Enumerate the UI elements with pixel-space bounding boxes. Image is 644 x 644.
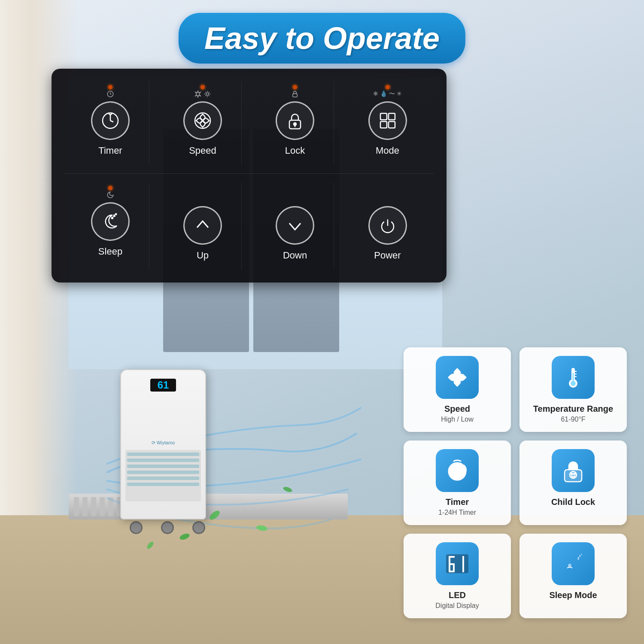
timer-button[interactable]: Timer xyxy=(72,82,149,165)
timer-indicator xyxy=(108,85,112,89)
timer-circle xyxy=(91,101,130,140)
svg-point-17 xyxy=(294,123,296,125)
ac-body: 61 ⟳ Wiytamo xyxy=(120,369,206,519)
timer-feature-title: Timer xyxy=(446,497,469,507)
speed-top-icons xyxy=(194,90,211,98)
svg-text:24: 24 xyxy=(453,468,460,474)
up-no-indicator xyxy=(200,186,205,190)
svg-rect-47 xyxy=(453,564,455,571)
timer-feature-subtitle: 1-24H Timer xyxy=(438,509,476,516)
lock-button[interactable]: Lock xyxy=(257,82,334,165)
svg-line-10 xyxy=(110,121,113,122)
feature-childlock: Child Lock xyxy=(519,440,627,525)
childlock-icon-bg xyxy=(552,449,595,492)
svg-text:z: z xyxy=(115,213,116,215)
power-label: Power xyxy=(374,250,401,261)
speed-button[interactable]: Speed xyxy=(164,82,242,165)
up-label: Up xyxy=(197,250,209,261)
panel-divider xyxy=(64,173,434,174)
svg-point-26 xyxy=(456,376,459,379)
up-circle xyxy=(183,206,222,245)
lock-label: Lock xyxy=(285,145,305,156)
ac-unit: 61 ⟳ Wiytamo xyxy=(120,369,215,532)
mode-label: Mode xyxy=(376,145,399,156)
temp-feature-title: Temperature Range xyxy=(533,404,613,414)
up-button[interactable]: Up xyxy=(164,182,242,270)
ac-vents xyxy=(125,450,201,501)
childlock-feature-title: Child Lock xyxy=(551,497,595,507)
svg-line-7 xyxy=(110,94,111,95)
temp-feature-subtitle: 61-90°F xyxy=(561,416,585,423)
sleep-icon-bg: z z z xyxy=(552,542,595,585)
svg-point-39 xyxy=(571,474,573,475)
feature-temperature: Temperature Range 61-90°F xyxy=(519,347,627,432)
control-panel: Timer Speed xyxy=(52,69,447,283)
feature-sleep: z z z Sleep Mode xyxy=(519,534,627,618)
feature-speed: Speed High / Low xyxy=(404,347,511,432)
down-label: Down xyxy=(283,250,307,261)
svg-rect-20 xyxy=(389,113,395,120)
timer-label: Timer xyxy=(98,145,122,156)
mode-indicator xyxy=(386,85,390,89)
down-circle xyxy=(276,206,314,245)
ac-logo: ⟳ Wiytamo xyxy=(152,440,175,446)
lock-top-icon xyxy=(291,90,299,98)
sleep-label: Sleep xyxy=(98,246,122,257)
svg-rect-19 xyxy=(380,113,387,120)
panel-row-1: Timer Speed xyxy=(64,82,434,165)
sleep-indicator xyxy=(108,186,112,190)
speed-feature-title: Speed xyxy=(444,404,470,414)
speed-indicator xyxy=(200,85,205,89)
svg-text:z: z xyxy=(112,216,113,219)
svg-text:z: z xyxy=(581,553,582,556)
led-feature-subtitle: Digital Display xyxy=(435,602,479,610)
speed-icon-bg xyxy=(436,356,479,399)
down-button[interactable]: Down xyxy=(257,182,334,270)
lock-circle xyxy=(276,101,314,140)
feature-led: LED Digital Display xyxy=(404,534,511,618)
down-no-indicator xyxy=(293,186,297,190)
speed-circle xyxy=(183,101,222,140)
temp-icon-bg xyxy=(552,356,595,399)
svg-rect-15 xyxy=(293,94,298,97)
page-title: Easy to Operate xyxy=(204,21,440,55)
speed-feature-subtitle: High / Low xyxy=(441,416,474,423)
timer-icon-bg: 24 xyxy=(436,449,479,492)
mode-button[interactable]: ❄ 💧 〜 ✳ Mode xyxy=(349,82,426,165)
power-no-indicator xyxy=(386,186,390,190)
svg-point-13 xyxy=(206,93,209,95)
mode-circle xyxy=(368,101,407,140)
sleep-button[interactable]: z z z Sleep xyxy=(72,182,149,270)
svg-rect-22 xyxy=(389,122,395,128)
feature-timer: 24 Timer 1-24H Timer xyxy=(404,440,511,525)
panel-row-2: z z z Sleep Up xyxy=(64,182,434,270)
mode-top-icons: ❄ 💧 〜 ✳ xyxy=(373,90,402,98)
sleep-top-icon xyxy=(106,191,114,199)
svg-rect-46 xyxy=(449,564,450,571)
sleep-circle: z z z xyxy=(91,202,130,241)
led-feature-title: LED xyxy=(449,590,466,600)
svg-rect-45 xyxy=(449,556,450,564)
svg-point-40 xyxy=(574,474,575,475)
main-title-container: Easy to Operate xyxy=(179,13,465,64)
ac-wheels xyxy=(120,521,215,534)
svg-rect-21 xyxy=(380,122,387,128)
lock-indicator xyxy=(293,85,297,89)
svg-text:z: z xyxy=(114,214,115,217)
svg-rect-48 xyxy=(462,556,464,572)
speed-label: Speed xyxy=(189,145,216,156)
ac-display: 61 xyxy=(150,379,176,392)
timer-top-icon xyxy=(106,90,114,98)
svg-point-52 xyxy=(568,564,571,567)
features-section: Speed High / Low Temperature Range 61-90… xyxy=(404,347,627,618)
power-circle xyxy=(368,206,407,245)
sleep-feature-title: Sleep Mode xyxy=(549,590,597,600)
title-badge: Easy to Operate xyxy=(179,13,465,64)
power-button[interactable]: Power xyxy=(349,182,426,270)
led-icon-bg xyxy=(436,542,479,585)
